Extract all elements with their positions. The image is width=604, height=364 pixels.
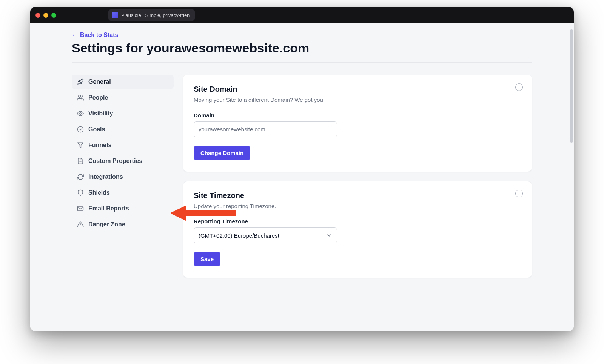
back-link-label: Back to Stats (80, 32, 118, 38)
timezone-select[interactable]: (GMT+02:00) Europe/Bucharest (194, 227, 337, 243)
shield-icon (77, 189, 84, 196)
document-icon (77, 158, 84, 164)
sidebar-item-email-reports[interactable]: Email Reports (72, 201, 174, 216)
sidebar-item-shields[interactable]: Shields (72, 186, 174, 200)
info-icon[interactable]: i (515, 190, 523, 197)
card-subtitle: Moving your Site to a different Domain? … (194, 96, 521, 104)
browser-tab[interactable]: Plausible · Simple, privacy-frien (108, 9, 195, 21)
sidebar-item-label: Email Reports (88, 205, 129, 212)
maximize-window-button[interactable] (51, 13, 56, 18)
browser-window: Plausible · Simple, privacy-frien ← Back… (30, 7, 574, 331)
sidebar-item-label: Danger Zone (88, 221, 125, 228)
sync-icon (77, 174, 84, 180)
sidebar-item-integrations[interactable]: Integrations (72, 170, 174, 184)
save-timezone-button[interactable]: Save (194, 252, 220, 266)
timezone-selected-value: (GMT+02:00) Europe/Bucharest (199, 232, 279, 239)
sidebar-item-visibility[interactable]: Visibility (72, 106, 174, 121)
warning-icon (77, 221, 84, 228)
titlebar: Plausible · Simple, privacy-frien (30, 7, 574, 23)
users-icon (77, 94, 84, 101)
sidebar-item-goals[interactable]: Goals (72, 122, 174, 137)
site-timezone-card: i Site Timezone Update your reporting Ti… (183, 181, 532, 278)
card-title: Site Timezone (194, 191, 521, 200)
domain-input[interactable] (194, 121, 337, 137)
sidebar-item-label: Visibility (88, 110, 113, 117)
tab-title: Plausible · Simple, privacy-frien (121, 12, 190, 18)
sidebar-item-label: General (88, 78, 111, 85)
arrow-left-icon: ← (72, 32, 78, 38)
funnel-icon (77, 142, 84, 149)
sidebar-item-label: Goals (88, 126, 105, 133)
settings-sidebar: GeneralPeopleVisibilityGoalsFunnelsCusto… (72, 75, 174, 278)
sidebar-item-people[interactable]: People (72, 91, 174, 105)
change-domain-button[interactable]: Change Domain (194, 146, 250, 160)
traffic-lights (35, 13, 56, 18)
sidebar-item-label: Custom Properties (88, 158, 142, 164)
timezone-field-label: Reporting Timezone (194, 218, 521, 224)
svg-point-0 (79, 95, 81, 97)
sidebar-item-custom-properties[interactable]: Custom Properties (72, 154, 174, 168)
sidebar-item-funnels[interactable]: Funnels (72, 138, 174, 152)
favicon-icon (112, 12, 118, 18)
divider (72, 62, 532, 63)
svg-marker-2 (78, 143, 83, 148)
domain-field-label: Domain (194, 112, 521, 118)
site-domain-card: i Site Domain Moving your Site to a diff… (183, 75, 532, 172)
card-title: Site Domain (194, 85, 521, 94)
mail-icon (77, 205, 84, 212)
page-content: ← Back to Stats Settings for yourawesome… (30, 23, 574, 331)
scrollbar-thumb[interactable] (570, 29, 573, 143)
sidebar-item-label: Integrations (88, 174, 123, 180)
svg-point-1 (80, 113, 82, 115)
sidebar-item-general[interactable]: General (72, 75, 174, 89)
sidebar-item-label: Funnels (88, 142, 111, 149)
sidebar-item-label: People (88, 94, 108, 101)
minimize-window-button[interactable] (43, 13, 48, 18)
page-title: Settings for yourawesomewebsite.com (72, 41, 532, 55)
eye-icon (77, 110, 84, 117)
info-icon[interactable]: i (515, 83, 523, 91)
settings-main: i Site Domain Moving your Site to a diff… (183, 75, 532, 278)
close-window-button[interactable] (35, 13, 40, 18)
sidebar-item-label: Shields (88, 189, 110, 196)
chevron-down-icon (326, 232, 332, 238)
back-to-stats-link[interactable]: ← Back to Stats (72, 32, 118, 38)
card-subtitle: Update your reporting Timezone. (194, 202, 521, 211)
check-circle-icon (77, 126, 84, 133)
rocket-icon (77, 78, 84, 85)
sidebar-item-danger-zone[interactable]: Danger Zone (72, 217, 174, 232)
